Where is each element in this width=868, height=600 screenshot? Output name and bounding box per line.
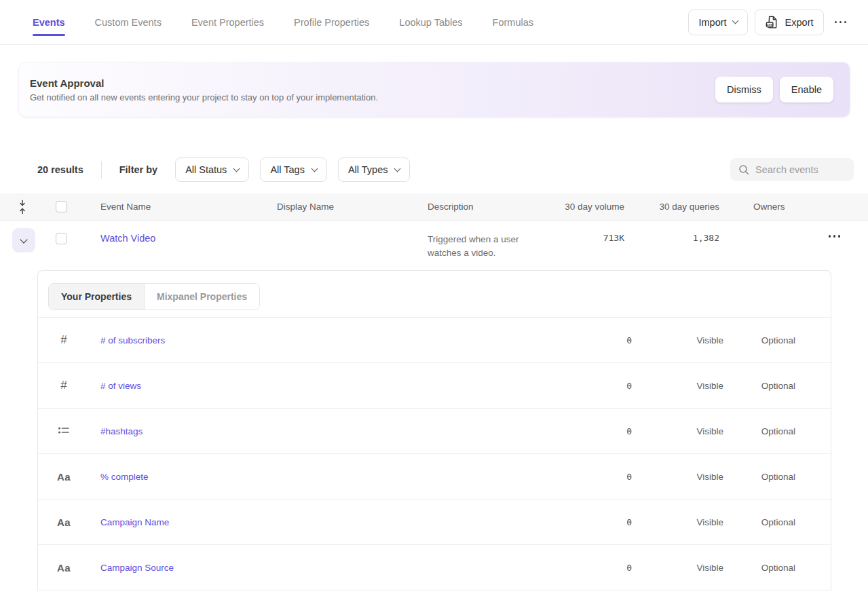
nav-tab-formulas[interactable]: Formulas — [493, 0, 533, 44]
chevron-down-icon — [732, 18, 738, 24]
column-display-name[interactable]: Display Name — [277, 202, 428, 212]
property-requirement: Optional — [723, 335, 795, 345]
top-navigation: EventsCustom EventsEvent PropertiesProfi… — [0, 0, 868, 45]
property-visibility: Visible — [632, 563, 723, 573]
event-owners — [719, 221, 801, 233]
results-count: 20 results — [37, 164, 83, 175]
property-visibility: Visible — [632, 335, 723, 345]
property-requirement: Optional — [723, 517, 795, 527]
property-count: 0 — [540, 517, 632, 527]
dismiss-button[interactable]: Dismiss — [715, 77, 773, 102]
property-visibility: Visible — [632, 472, 723, 482]
properties-panel-tabs: Your Properties Mixpanel Properties — [38, 271, 831, 318]
event-display-name — [277, 221, 428, 233]
svg-text:csv: csv — [767, 23, 773, 26]
event-30-day-queries: 1,382 — [624, 221, 719, 243]
nav-tab-custom-events[interactable]: Custom Events — [95, 0, 162, 44]
event-30-day-volume: 713K — [556, 221, 624, 243]
property-name-link[interactable]: #hashtags — [100, 426, 143, 436]
property-row: # # of views 0 Visible Optional — [38, 363, 831, 409]
events-table-header: Event Name Display Name Description 30 d… — [0, 193, 868, 221]
property-requirement: Optional — [723, 426, 795, 436]
tab-your-properties[interactable]: Your Properties — [49, 284, 144, 310]
row-checkbox[interactable] — [56, 233, 67, 244]
property-requirement: Optional — [723, 563, 795, 573]
property-visibility: Visible — [632, 426, 723, 436]
filter-dropdown-all-status[interactable]: All Status — [175, 157, 249, 182]
property-row: Aa Campaign Source 0 Visible Optional — [38, 545, 831, 590]
nav-tab-event-properties[interactable]: Event Properties — [191, 0, 264, 44]
properties-panel: Your Properties Mixpanel Properties # # … — [37, 270, 831, 590]
export-button-label: Export — [785, 17, 814, 28]
import-button-label: Import — [698, 17, 726, 28]
properties-tab-group: Your Properties Mixpanel Properties — [48, 283, 260, 310]
nav-tabs: EventsCustom EventsEvent PropertiesProfi… — [33, 0, 533, 44]
search-icon — [738, 164, 749, 175]
tab-mixpanel-properties[interactable]: Mixpanel Properties — [144, 284, 259, 310]
filter-by-label: Filter by — [119, 164, 157, 175]
filter-dropdown-all-tags[interactable]: All Tags — [260, 157, 327, 182]
divider — [101, 161, 102, 179]
property-row: # # of subscribers 0 Visible Optional — [38, 318, 831, 363]
property-requirement: Optional — [723, 381, 795, 391]
column-30-day-queries[interactable]: 30 day queries — [624, 202, 719, 212]
property-name-link[interactable]: Campaign Source — [100, 563, 174, 573]
column-description[interactable]: Description — [428, 202, 556, 212]
property-count: 0 — [540, 335, 632, 345]
number-type-icon: # — [56, 379, 72, 392]
search-placeholder: Search events — [755, 164, 818, 175]
column-30-day-volume[interactable]: 30 day volume — [556, 202, 624, 212]
collapse-row-button[interactable] — [12, 228, 35, 252]
row-more-options-icon[interactable] — [825, 231, 845, 242]
banner-text: Event Approval Get notified on all new e… — [30, 77, 378, 102]
properties-list: # # of subscribers 0 Visible Optional # — [38, 318, 831, 590]
filter-dropdowns: All Status All Tags All Types — [175, 157, 421, 182]
chevron-down-icon — [394, 165, 401, 172]
list-type-icon — [56, 426, 72, 435]
enable-button[interactable]: Enable — [780, 77, 833, 102]
banner-subtitle: Get notified on all new events entering … — [30, 92, 378, 102]
property-row: Aa Campaign Name 0 Visible Optional — [38, 500, 831, 545]
text-type-icon: Aa — [56, 471, 72, 483]
number-type-icon: # — [56, 333, 72, 347]
property-row: Aa % complete 0 Visible Optional — [38, 454, 831, 500]
property-visibility: Visible — [632, 517, 723, 527]
property-requirement: Optional — [723, 472, 795, 482]
property-row: #hashtags 0 Visible Optional — [38, 409, 831, 454]
chevron-down-icon — [311, 165, 318, 172]
property-name-link[interactable]: Campaign Name — [100, 517, 169, 527]
text-type-icon: Aa — [56, 517, 72, 528]
topbar-actions: Import csv Export — [688, 10, 850, 35]
event-approval-banner: Event Approval Get notified on all new e… — [19, 62, 850, 117]
filters-toolbar: 20 results Filter by All Status All Tags… — [37, 157, 854, 182]
chevron-down-icon — [233, 165, 240, 172]
property-visibility: Visible — [632, 381, 723, 391]
property-name-link[interactable]: # of subscribers — [100, 335, 165, 345]
select-all-checkbox[interactable] — [56, 201, 67, 212]
nav-tab-events[interactable]: Events — [33, 0, 65, 44]
search-input[interactable]: Search events — [730, 158, 854, 181]
property-count: 0 — [540, 426, 632, 436]
text-type-icon: Aa — [56, 562, 72, 574]
event-description: Triggered when a user watches a video. — [428, 221, 548, 260]
banner-buttons: Dismiss Enable — [715, 77, 833, 102]
collapse-rows-icon[interactable] — [18, 200, 38, 214]
event-name-link[interactable]: Watch Video — [100, 233, 155, 244]
property-count: 0 — [540, 563, 632, 573]
nav-tab-profile-properties[interactable]: Profile Properties — [294, 0, 369, 44]
property-count: 0 — [540, 381, 632, 391]
column-owners[interactable]: Owners — [719, 202, 801, 212]
more-options-icon[interactable] — [831, 17, 851, 28]
column-event-name[interactable]: Event Name — [100, 202, 277, 212]
export-button[interactable]: csv Export — [755, 10, 824, 35]
nav-tab-lookup-tables[interactable]: Lookup Tables — [399, 0, 462, 44]
import-button[interactable]: Import — [688, 10, 747, 35]
banner-title: Event Approval — [30, 77, 378, 89]
filter-dropdown-all-types[interactable]: All Types — [338, 157, 411, 182]
property-name-link[interactable]: # of views — [100, 381, 141, 391]
property-count: 0 — [540, 472, 632, 482]
event-row: Watch Video Triggered when a user watche… — [0, 221, 868, 260]
chevron-down-icon — [20, 236, 27, 243]
csv-file-icon: csv — [765, 15, 779, 29]
property-name-link[interactable]: % complete — [100, 472, 149, 482]
